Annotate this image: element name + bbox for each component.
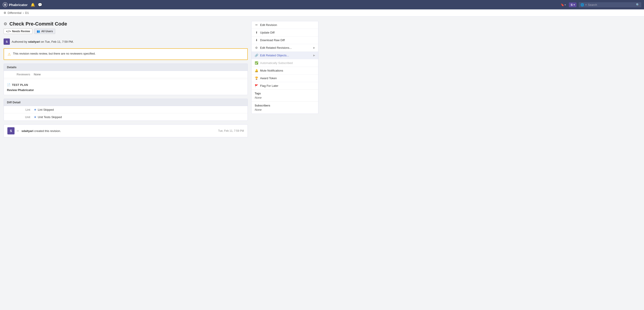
test-plan-section: 📄 TEST PLAN Review Phabricator (4, 80, 248, 95)
sidebar-item-icon-edit-related-objects: 🔗 (255, 54, 258, 57)
author-row: S Authored by sdaityari on Tue, Feb 11, … (4, 38, 248, 45)
sidebar-item-award-token[interactable]: 🏆 Award Token (252, 74, 318, 82)
top-navigation: ⚙ Phabricator 🔔 💬 🔖 ▾ S ▾ 🌐 ▾ 🔍 (0, 0, 644, 10)
activity-username[interactable]: sdaityari (22, 129, 33, 133)
sidebar-item-icon-award-token: 🏆 (255, 76, 258, 80)
author-text: Authored by sdaityari on Tue, Feb 11, 7:… (12, 40, 74, 44)
status-badge: </> Needs Review (4, 29, 32, 34)
activity-avatar: S (8, 127, 14, 134)
subscribers-label: Subscribers (255, 104, 315, 107)
subscribers-section: Subscribers None (252, 102, 318, 114)
sidebar-item-edit-related-revisions[interactable]: ⚙ Edit Related Revisions... ▶ (252, 44, 318, 52)
breadcrumb-separator: › (23, 11, 24, 14)
sidebar-item-edit-revision[interactable]: ✏ Edit Revision (252, 21, 318, 29)
activity-row: S ✏ sdaityari created this revision. Tue… (4, 124, 248, 137)
badge-row: </> Needs Review 👥 All Users (4, 29, 248, 34)
nav-icons: 🔔 💬 (30, 2, 43, 8)
test-plan-doc-icon: 📄 (7, 83, 10, 86)
unit-row: Unit ★ Unit Tests Skipped (4, 114, 248, 120)
sidebar-item-label-download-raw-diff: Download Raw Diff (260, 38, 315, 42)
app-name: Phabricator (9, 3, 28, 7)
code-icon: </> (6, 30, 11, 33)
sidebar-item-flag-for-later[interactable]: 🚩 Flag For Later (252, 82, 318, 90)
search-bar[interactable]: 🌐 ▾ 🔍 (579, 2, 641, 8)
bookmark-arrow: ▾ (564, 4, 566, 6)
sidebar-item-arrow-edit-related-objects: ▶ (313, 54, 315, 57)
breadcrumb-parent[interactable]: Differential (8, 11, 22, 14)
sidebar-item-icon-edit-revision: ✏ (255, 23, 258, 26)
warning-text: This revision needs review, but there ar… (13, 52, 96, 55)
activity-pencil-icon: ✏ (17, 129, 19, 133)
sidebar-item-mute-notifications[interactable]: 🔔 Mute Notifications (252, 67, 318, 74)
test-plan-content: Review Phabricator (7, 88, 244, 92)
sidebar-item-label-flag-for-later: Flag For Later (260, 84, 315, 88)
breadcrumb: ⚙ Differential › D1 (0, 10, 644, 16)
tags-label: Tags (255, 92, 315, 95)
main-container: ⚙ Check Pre-Commit Code </> Needs Review… (0, 16, 322, 142)
bookmark-button[interactable]: 🔖 ▾ (560, 3, 566, 6)
title-gear-icon: ⚙ (4, 22, 7, 26)
sidebar-item-icon-auto-subscribed: ✅ (255, 61, 258, 65)
sidebar-menu: ✏ Edit Revision ⬆ Update Diff ⬇ Download… (252, 21, 318, 90)
sidebar-item-icon-download-raw-diff: ⬇ (255, 38, 258, 42)
page-title: Check Pre-Commit Code (10, 21, 67, 27)
lint-star-icon: ★ (34, 108, 37, 112)
activity-text: sdaityari created this revision. (22, 129, 216, 133)
warning-icon: ⚠ (8, 52, 11, 56)
tags-section: Tags None (252, 90, 318, 102)
sidebar-item-update-diff[interactable]: ⬆ Update Diff (252, 29, 318, 36)
tags-value: None (255, 96, 315, 99)
details-panel-header: Details (4, 64, 248, 71)
bell-icon[interactable]: 🔔 (30, 2, 36, 8)
content-area: ⚙ Check Pre-Commit Code </> Needs Review… (4, 21, 248, 137)
sidebar-item-download-raw-diff[interactable]: ⬇ Download Raw Diff (252, 36, 318, 44)
lint-row: Lint ★ Lint Skipped (4, 106, 248, 114)
breadcrumb-gear-icon: ⚙ (4, 11, 6, 14)
sidebar-item-arrow-edit-related-revisions: ▶ (313, 46, 315, 49)
chat-icon[interactable]: 💬 (37, 2, 43, 8)
sidebar-item-icon-edit-related-revisions: ⚙ (255, 46, 258, 50)
unit-value: ★ Unit Tests Skipped (34, 115, 62, 119)
logo-gear-icon: ⚙ (3, 2, 8, 7)
globe-arrow: ▾ (586, 4, 586, 6)
sidebar-item-edit-related-objects[interactable]: 🔗 Edit Related Objects... ▶ (252, 52, 318, 59)
search-icon: 🔍 (636, 3, 640, 6)
sidebar-item-icon-mute-notifications: 🔔 (255, 69, 258, 72)
sidebar-item-label-update-diff: Update Diff (260, 31, 315, 34)
sidebar-item-icon-flag-for-later: 🚩 (255, 84, 258, 88)
sidebar-item-label-edit-related-revisions: Edit Related Revisions... (260, 46, 312, 50)
users-icon: 👥 (37, 30, 40, 33)
sidebar-item-auto-subscribed: ✅ Automatically Subscribed (252, 59, 318, 67)
breadcrumb-current: D1 (25, 11, 29, 14)
app-logo[interactable]: ⚙ Phabricator (3, 2, 28, 7)
activity-timestamp: Tue, Feb 11, 7:59 PM (218, 129, 244, 132)
user-initial: S (571, 3, 573, 6)
bookmark-icon: 🔖 (560, 3, 564, 6)
diff-detail-header: Diff Detail (4, 99, 248, 106)
lint-label: Lint (7, 108, 34, 112)
reviewers-row: Reviewers None (4, 71, 248, 78)
unit-label: Unit (7, 116, 34, 119)
sidebar-item-label-edit-related-objects: Edit Related Objects... (260, 54, 312, 57)
sidebar-item-label-mute-notifications: Mute Notifications (260, 69, 315, 72)
diff-detail-panel: Diff Detail Lint ★ Lint Skipped Unit ★ U… (4, 99, 248, 121)
sidebar-item-label-award-token: Award Token (260, 76, 315, 80)
warning-box: ⚠ This revision needs review, but there … (4, 48, 248, 60)
reviewers-label: Reviewers (7, 73, 34, 76)
test-plan-header: 📄 TEST PLAN (7, 83, 244, 86)
right-sidebar: ✏ Edit Revision ⬆ Update Diff ⬇ Download… (251, 21, 318, 137)
globe-icon: 🌐 (580, 3, 584, 6)
lint-value: ★ Lint Skipped (34, 108, 54, 112)
author-username[interactable]: sdaityari (28, 40, 40, 44)
user-menu-button[interactable]: S ▾ (569, 2, 576, 7)
sidebar-panel: ✏ Edit Revision ⬆ Update Diff ⬇ Download… (251, 21, 318, 114)
details-panel: Details Reviewers None 📄 TEST PLAN Revie… (4, 64, 248, 95)
author-avatar: S (4, 38, 10, 45)
audience-badge: 👥 All Users (34, 29, 55, 34)
search-input[interactable] (588, 3, 634, 6)
sidebar-item-label-auto-subscribed: Automatically Subscribed (260, 61, 315, 65)
reviewers-value: None (34, 73, 41, 76)
subscribers-value: None (255, 108, 315, 112)
sidebar-item-label-edit-revision: Edit Revision (260, 23, 315, 26)
unit-star-icon: ★ (34, 115, 37, 119)
